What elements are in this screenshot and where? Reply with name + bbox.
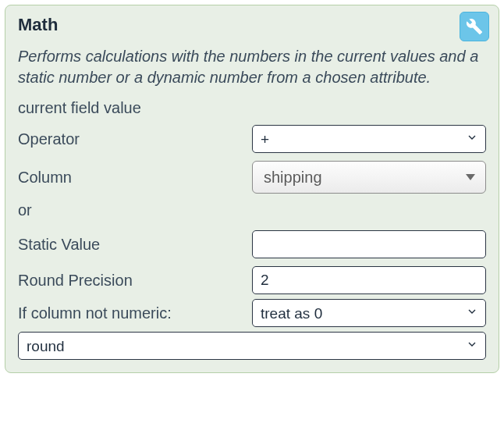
math-panel: Math Performs calculations with the numb… bbox=[5, 5, 499, 373]
round-precision-row: Round Precision bbox=[18, 266, 486, 294]
round-precision-label: Round Precision bbox=[18, 272, 244, 290]
round-precision-input[interactable] bbox=[252, 266, 486, 294]
static-value-label: Static Value bbox=[18, 236, 244, 254]
operator-label: Operator bbox=[18, 130, 244, 148]
static-value-input[interactable] bbox=[252, 230, 486, 258]
panel-description: Performs calculations with the numbers i… bbox=[18, 46, 486, 88]
wrench-icon bbox=[466, 18, 483, 35]
operator-select[interactable]: + bbox=[252, 125, 486, 153]
round-mode-select[interactable]: round bbox=[18, 332, 486, 360]
panel-title: Math bbox=[18, 15, 58, 35]
column-select[interactable]: shipping bbox=[252, 161, 486, 194]
current-field-value-label: current field value bbox=[18, 99, 486, 117]
static-value-row: Static Value bbox=[18, 230, 486, 258]
settings-button[interactable] bbox=[460, 12, 489, 41]
or-label: or bbox=[18, 201, 486, 219]
round-mode-row: round bbox=[18, 332, 486, 360]
column-label: Column bbox=[18, 169, 244, 187]
if-not-numeric-row: If column not numeric: treat as 0 bbox=[18, 299, 486, 327]
column-row: Column shipping bbox=[18, 161, 486, 194]
operator-row: Operator + bbox=[18, 125, 486, 153]
if-not-numeric-select[interactable]: treat as 0 bbox=[252, 299, 486, 327]
if-not-numeric-label: If column not numeric: bbox=[18, 304, 244, 322]
panel-header: Math bbox=[18, 15, 486, 41]
